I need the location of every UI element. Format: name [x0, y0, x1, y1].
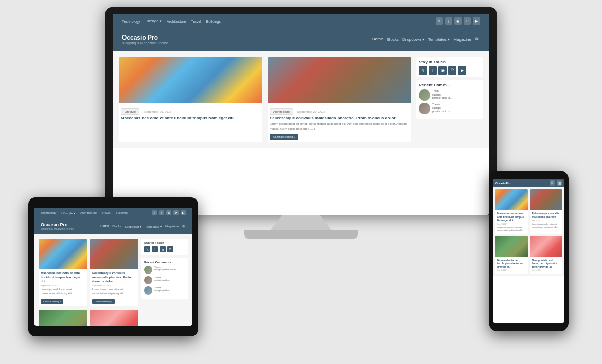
tablet-post-img-4: [90, 310, 138, 326]
instagram-icon[interactable]: ◉: [454, 17, 462, 25]
youtube-icon[interactable]: ▶: [473, 17, 480, 25]
tab-nav-life[interactable]: Lifestyle ▾: [61, 211, 75, 215]
tablet-read-more-1[interactable]: Continue reading »: [41, 299, 63, 304]
continue-reading-btn[interactable]: Continue reading »: [270, 134, 298, 140]
tab-menu-blocks[interactable]: Blocks: [112, 225, 121, 228]
ph-img-2: [530, 189, 563, 210]
post-img-umbrella: [119, 57, 262, 103]
tab-menu-magazine[interactable]: Magazine: [165, 225, 179, 228]
menu-dropdown[interactable]: Dropdown ▾: [402, 37, 424, 42]
tab-side-tw[interactable]: 𝕏: [144, 246, 150, 252]
nav-travel[interactable]: Travel: [191, 20, 201, 23]
tab-side-fb[interactable]: f: [152, 246, 158, 252]
ph-search[interactable]: 🔍: [550, 180, 555, 186]
tab-youtube-icon[interactable]: ▶: [181, 210, 186, 215]
tab-nav-arch[interactable]: Architecture: [80, 211, 97, 214]
tab-facebook-icon[interactable]: f: [159, 210, 164, 215]
tab-pinterest-icon[interactable]: 𝐏: [173, 210, 179, 215]
sidebar-youtube-icon[interactable]: ▶: [458, 66, 466, 75]
post-tag-1[interactable]: Lifestyle: [121, 108, 139, 115]
twitter-icon[interactable]: 𝕏: [436, 17, 443, 25]
ph-menu[interactable]: ☰: [557, 180, 562, 186]
ph-title-3: Nam malestia nec, iacula pharetre tortor…: [497, 259, 526, 269]
comment-2: Theme...suscipitporttitor, odio to...: [419, 103, 481, 114]
post-img-building: [268, 57, 411, 103]
tablet-posts-row2: Nature post title lorem ipsum dui sit am…: [39, 310, 138, 326]
monitor-header: Occasio Pro Blogging & Magazine Theme Ho…: [113, 28, 489, 51]
pinterest-icon[interactable]: 𝐏: [464, 17, 471, 25]
monitor-body: Lifestyle · September 20, 2017 Maecenas …: [113, 51, 489, 148]
monitor-menu: Home Blocks Dropdown ▾ Templates ▾ Magaz…: [372, 37, 480, 42]
facebook-icon[interactable]: f: [445, 17, 452, 25]
tablet-sidebar: Stay in Touch 𝕏 f ◉ 𝐏 Recent Comments: [141, 239, 188, 326]
menu-templates[interactable]: Templates ▾: [428, 37, 450, 42]
tab-twitter-icon[interactable]: 𝕏: [152, 210, 157, 215]
tab-nav-tech[interactable]: Technology: [41, 211, 56, 214]
tab-menu-home[interactable]: Home: [100, 224, 109, 228]
post-tag-2[interactable]: Architecture: [270, 108, 293, 115]
nav-lifestyle[interactable]: Lifestyle ▾: [145, 19, 162, 23]
tab-nav-build[interactable]: Buildings: [116, 211, 128, 214]
tab-menu-dropdown[interactable]: Dropdown ▾: [125, 225, 141, 228]
ph-meta-2: Sept 20, 2017: [532, 220, 561, 222]
tablet-stay-widget: Stay in Touch 𝕏 f ◉ 𝐏: [141, 239, 188, 255]
tablet-post-excerpt-1: Lorem ipsum dolor sit amet, consectetuer…: [41, 288, 85, 295]
tablet-post-img-2: [90, 239, 138, 269]
tab-menu-templates[interactable]: Templates ▾: [145, 225, 162, 228]
comment-text-2: Theme...suscipitporttitor, odio to...: [432, 103, 452, 113]
ph-title-4: Nam gravida nisl lacus, nec dignissim to…: [532, 259, 561, 269]
post-content-1: Lifestyle · September 20, 2017 Maecenas …: [119, 103, 262, 123]
nav-architecture[interactable]: Architecture: [167, 20, 186, 23]
menu-magazine[interactable]: Magazine: [453, 37, 471, 42]
tablet: Technology Lifestyle ▾ Architecture Trav…: [28, 197, 198, 336]
post-content-2: Architecture · September 20, 2017 Pellen…: [268, 103, 411, 142]
monitor-brand: Occasio Pro Blogging & Magazine Theme: [122, 34, 168, 45]
phone-body: Maecenas nec odio et ante tincidunt temp…: [493, 187, 564, 276]
comment-avatar-2: [419, 103, 430, 114]
monitor-top-nav: Technology Lifestyle ▾ Architecture Trav…: [113, 14, 489, 28]
post-card-1: Lifestyle · September 20, 2017 Maecenas …: [119, 57, 262, 142]
tablet-brand-sub: Blogging & Magazine Theme: [41, 227, 74, 230]
ph-excerpt-1: Lorem ipsum dolor sit amet consectetuer …: [497, 226, 526, 232]
tablet-post-excerpt-2: Lorem ipsum dolor sit amet, consectetuer…: [92, 288, 136, 295]
tablet-post-title-1: Maecenas nec odio et ante tincidunt temp…: [41, 271, 85, 283]
scene: Technology Lifestyle ▾ Architecture Trav…: [18, 7, 584, 357]
ph-content-4: Nam gravida nisl lacus, nec dignissim to…: [530, 257, 563, 274]
tablet-post-date-1: September 20, 2017: [41, 284, 85, 287]
post-card-2: Architecture · September 20, 2017 Pellen…: [268, 57, 411, 142]
menu-search[interactable]: 🔍: [475, 37, 480, 42]
phone-screen: Occasio Pro 🔍 ☰ Maecenas nec odio: [493, 179, 564, 323]
tab-menu-search[interactable]: 🔍: [182, 225, 186, 228]
monitor-brand-title: Occasio Pro: [122, 34, 168, 41]
tablet-comment-3: Theme...suscipit porttitor...: [144, 286, 185, 295]
sidebar-twitter-icon[interactable]: 𝕏: [419, 66, 427, 75]
post-date-1: · September 20, 2017: [141, 110, 171, 113]
sidebar-facebook-icon[interactable]: f: [429, 66, 437, 75]
nav-technology[interactable]: Technology: [122, 20, 140, 23]
sidebar-pinterest-icon[interactable]: 𝐏: [448, 66, 456, 75]
tab-side-pi[interactable]: 𝐏: [167, 246, 173, 252]
tablet-post-img-3: [39, 310, 87, 326]
tablet-comments-widget: Recent Comments Thom...suscipit porttito…: [141, 258, 188, 299]
monitor-posts: Lifestyle · September 20, 2017 Maecenas …: [119, 57, 411, 142]
phone: Occasio Pro 🔍 ☰ Maecenas nec odio: [489, 171, 569, 331]
tablet-comment-2: Theme...suscipit porttitor...: [144, 276, 185, 284]
nav-buildings[interactable]: Buildings: [206, 20, 221, 23]
ph-meta-1: Sept 20, 2017: [497, 223, 526, 225]
phone-post-2: Pellentesque convallis malesuada pharetr…: [530, 189, 563, 234]
tablet-read-more-2[interactable]: Continue reading »: [92, 299, 115, 304]
phone-nav-links: Occasio Pro: [495, 181, 510, 185]
comment-1: Thom...suscipitporttitor, odio to...: [419, 89, 481, 101]
menu-blocks[interactable]: Blocks: [386, 37, 399, 42]
phone-nav-social: 🔍 ☰: [550, 180, 562, 186]
tab-nav-travel[interactable]: Travel: [102, 211, 110, 214]
tab-instagram-icon[interactable]: ◉: [166, 210, 171, 215]
menu-home[interactable]: Home: [372, 37, 383, 42]
tab-side-ig[interactable]: ◉: [160, 246, 166, 252]
tablet-nav: Technology Lifestyle ▾ Architecture Trav…: [34, 208, 192, 218]
ph-excerpt-2: Lorem ipsum dolor sit amet consectetuer …: [532, 223, 561, 228]
phone-post-3: Nam malestia nec, iacula pharetre tortor…: [495, 236, 528, 274]
tablet-post-1: Maecenas nec odio et ante tincidunt temp…: [39, 239, 87, 306]
sidebar-instagram-icon[interactable]: ◉: [438, 66, 447, 75]
tablet-post-img-1: [39, 239, 87, 269]
